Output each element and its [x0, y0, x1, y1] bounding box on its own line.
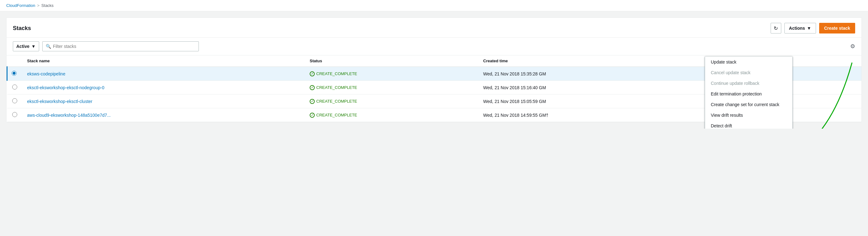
col-status: Status — [305, 56, 478, 67]
status-check-icon: ✓ — [310, 71, 315, 76]
main-content: Stacks ↻ Actions ▼ Create stack Update s… — [0, 11, 868, 129]
created-time: Wed, 21 Nov 2018 15:35:28 GM — [478, 67, 706, 81]
row-radio-1[interactable] — [12, 85, 17, 90]
status-check-icon: ✓ — [310, 113, 315, 118]
status-badge: ✓CREATE_COMPLETE — [310, 99, 473, 104]
stack-name-link[interactable]: eksctl-eksworkshop-eksctl-nodegroup-0 — [27, 85, 104, 90]
actions-menu-item-0[interactable]: Update stack — [705, 57, 792, 67]
status-check-icon: ✓ — [310, 85, 315, 90]
col-created-time: Created time — [478, 56, 706, 67]
header-actions: ↻ Actions ▼ Create stack — [771, 23, 855, 33]
actions-arrow-icon: ▼ — [807, 26, 811, 31]
filter-dropdown[interactable]: Active ▼ — [13, 41, 39, 51]
breadcrumb: CloudFormation > Stacks — [0, 0, 868, 11]
actions-menu-item-2: Continue update rollback — [705, 78, 792, 89]
filter-arrow-icon: ▼ — [31, 44, 36, 49]
search-input[interactable] — [53, 44, 195, 49]
stack-name-link[interactable]: aws-cloud9-eksworkshop-148a5100e7d7... — [27, 113, 111, 118]
stacks-panel: Stacks ↻ Actions ▼ Create stack Update s… — [6, 18, 862, 123]
search-icon: 🔍 — [46, 44, 51, 49]
actions-menu-item-6[interactable]: Detect drift — [705, 121, 792, 129]
gear-icon[interactable]: ⚙ — [850, 43, 855, 49]
filter-label: Active — [16, 44, 29, 49]
panel-header: Stacks ↻ Actions ▼ Create stack — [7, 18, 861, 38]
breadcrumb-current: Stacks — [41, 3, 54, 8]
refresh-button[interactable]: ↻ — [771, 23, 781, 33]
created-time: Wed, 21 Nov 2018 15:05:59 GM — [478, 95, 706, 108]
actions-dropdown-menu: Update stackCancel update stackContinue … — [705, 56, 793, 129]
status-check-icon: ✓ — [310, 99, 315, 104]
actions-label: Actions — [789, 26, 805, 31]
breadcrumb-home[interactable]: CloudFormation — [6, 3, 35, 8]
stack-name-link[interactable]: eksctl-eksworkshop-eksctl-cluster — [27, 99, 93, 104]
create-stack-button[interactable]: Create stack — [819, 23, 855, 33]
panel-title: Stacks — [13, 25, 31, 32]
refresh-icon: ↻ — [774, 25, 778, 31]
status-badge: ✓CREATE_COMPLETE — [310, 85, 473, 90]
actions-menu-item-5[interactable]: View drift results — [705, 110, 792, 121]
col-stack-name: Stack name — [22, 56, 305, 67]
actions-menu-item-4[interactable]: Create change set for current stack — [705, 99, 792, 110]
status-badge: ✓CREATE_COMPLETE — [310, 71, 473, 76]
row-radio-2[interactable] — [12, 98, 17, 103]
row-radio-3[interactable] — [12, 112, 17, 117]
row-radio-0[interactable] — [11, 71, 17, 76]
col-radio — [7, 56, 22, 67]
actions-button[interactable]: Actions ▼ — [784, 23, 816, 33]
actions-menu-item-3[interactable]: Edit termination protection — [705, 89, 792, 99]
stack-name-link[interactable]: eksws-codepipeline — [27, 71, 65, 76]
created-time: Wed, 21 Nov 2018 15:16:40 GM — [478, 81, 706, 95]
search-box: 🔍 — [42, 41, 199, 51]
gear-icon-container: ⚙ — [850, 43, 855, 50]
status-badge: ✓CREATE_COMPLETE — [310, 113, 473, 118]
breadcrumb-separator: > — [37, 3, 40, 8]
created-time: Wed, 21 Nov 2018 14:59:55 GM† — [478, 108, 706, 122]
toolbar: Active ▼ 🔍 ⚙ — [7, 38, 861, 56]
actions-menu-item-1: Cancel update stack — [705, 67, 792, 78]
